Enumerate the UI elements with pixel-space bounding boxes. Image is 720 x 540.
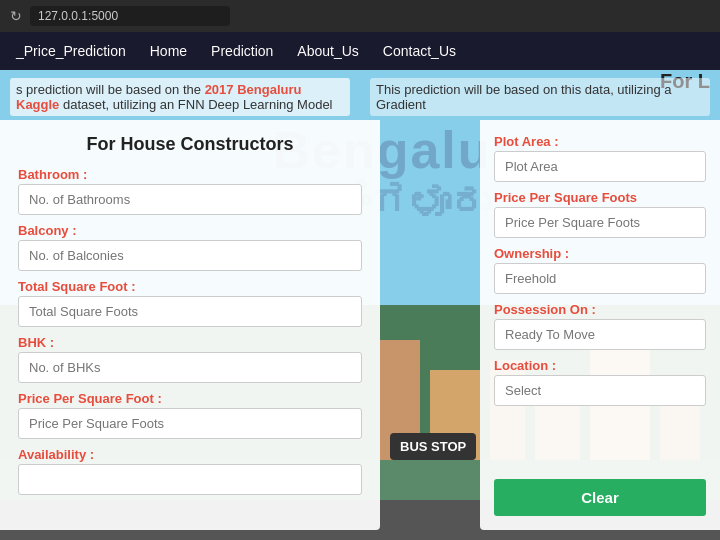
bhk-label: BHK : [18, 335, 362, 350]
forms-container: For House Constructors Bathroom : Balcon… [0, 120, 720, 530]
total-sqft-input[interactable] [18, 296, 362, 327]
address-bar[interactable]: 127.0.0.1:5000 [30, 6, 230, 26]
location-label: Location : [494, 358, 706, 373]
ownership-field-group: Ownership : [494, 246, 706, 294]
price-sqft-right-field-group: Price Per Square Foots [494, 190, 706, 238]
prediction-right: This prediction will be based on this da… [370, 78, 710, 116]
nav-contact[interactable]: Contact_Us [383, 43, 456, 59]
browser-chrome: ↻ 127.0.0.1:5000 [0, 0, 720, 32]
possession-field-group: Possession On : [494, 302, 706, 350]
price-sqft-right-label: Price Per Square Foots [494, 190, 706, 205]
availability-input[interactable] [18, 464, 362, 495]
price-sqft-right-input[interactable] [494, 207, 706, 238]
balcony-label: Balcony : [18, 223, 362, 238]
nav-home[interactable]: Home [150, 43, 187, 59]
ownership-input[interactable] [494, 263, 706, 294]
price-sqft-label: Price Per Square Foot : [18, 391, 362, 406]
possession-input[interactable] [494, 319, 706, 350]
availability-field-group: Availability : [18, 447, 362, 495]
possession-label: Possession On : [494, 302, 706, 317]
location-field-group: Location : [494, 358, 706, 406]
pred-left-start: s prediction will be based on the [16, 82, 205, 97]
panel-left: For House Constructors Bathroom : Balcon… [0, 120, 380, 530]
prediction-left: s prediction will be based on the 2017 B… [10, 78, 350, 116]
panel-left-title: For House Constructors [18, 134, 362, 155]
total-sqft-label: Total Square Foot : [18, 279, 362, 294]
price-sqft-input[interactable] [18, 408, 362, 439]
pred-left-end: dataset, utilizing an FNN Deep Learning … [59, 97, 332, 112]
balcony-field-group: Balcony : [18, 223, 362, 271]
location-input[interactable] [494, 375, 706, 406]
bathroom-input[interactable] [18, 184, 362, 215]
price-sqft-field-group: Price Per Square Foot : [18, 391, 362, 439]
hero-section: Bengaluru ಬೆಂಗಳೂರು BUS STOP s prediction… [0, 70, 720, 540]
nav-prediction[interactable]: Prediction [211, 43, 273, 59]
nav-brand[interactable]: _Price_Prediction [16, 43, 126, 59]
plot-area-field-group: Plot Area : [494, 134, 706, 182]
bhk-field-group: BHK : [18, 335, 362, 383]
total-sqft-field-group: Total Square Foot : [18, 279, 362, 327]
panel-right: Plot Area : Price Per Square Foots Owner… [480, 120, 720, 530]
prediction-text: s prediction will be based on the 2017 B… [0, 78, 720, 116]
bathroom-label: Bathroom : [18, 167, 362, 182]
bhk-input[interactable] [18, 352, 362, 383]
nav-about[interactable]: About_Us [297, 43, 358, 59]
plot-area-input[interactable] [494, 151, 706, 182]
navbar: _Price_Prediction Home Prediction About_… [0, 32, 720, 70]
bathroom-field-group: Bathroom : [18, 167, 362, 215]
balcony-input[interactable] [18, 240, 362, 271]
reload-icon[interactable]: ↻ [10, 8, 22, 24]
ownership-label: Ownership : [494, 246, 706, 261]
availability-label: Availability : [18, 447, 362, 462]
clear-button[interactable]: Clear [494, 479, 706, 516]
plot-area-label: Plot Area : [494, 134, 706, 149]
